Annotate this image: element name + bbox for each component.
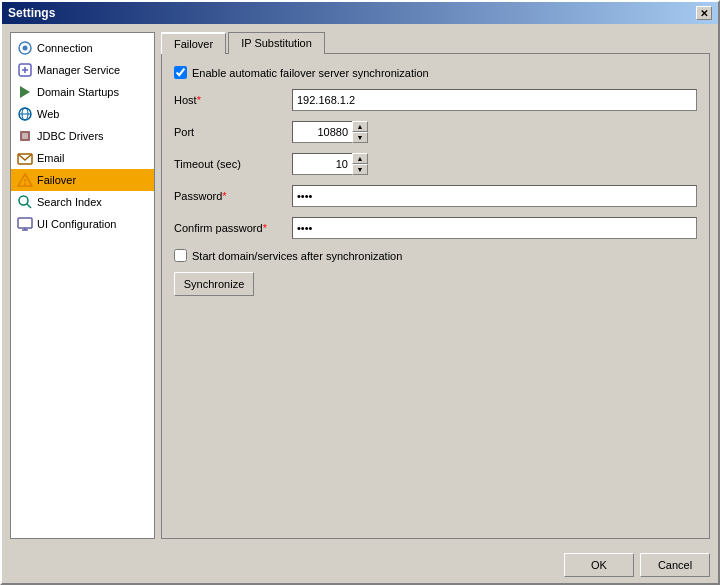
sidebar-label-domain-startups: Domain Startups <box>37 86 119 98</box>
timeout-row: Timeout (sec) ▲ ▼ <box>174 153 697 175</box>
port-spinbox-buttons: ▲ ▼ <box>352 121 368 143</box>
tab-bar: Failover IP Substitution <box>161 32 710 54</box>
timeout-spinbox: ▲ ▼ <box>292 153 368 175</box>
confirm-password-input[interactable] <box>292 217 697 239</box>
password-row: Password* <box>174 185 697 207</box>
password-input[interactable] <box>292 185 697 207</box>
port-label: Port <box>174 126 284 138</box>
start-domain-label: Start domain/services after synchronizat… <box>192 250 402 262</box>
ok-button[interactable]: OK <box>564 553 634 577</box>
window-title: Settings <box>8 6 55 20</box>
sidebar: Connection Manager Service Domain Startu… <box>10 32 155 539</box>
port-input[interactable] <box>292 121 352 143</box>
svg-point-1 <box>23 46 28 51</box>
svg-line-16 <box>27 204 31 208</box>
tab-ip-substitution[interactable]: IP Substitution <box>228 32 325 54</box>
manager-service-icon <box>17 62 33 78</box>
start-domain-row: Start domain/services after synchronizat… <box>174 249 697 262</box>
host-label: Host* <box>174 94 284 106</box>
settings-window: Settings ✕ Connection Manager Service <box>0 0 720 585</box>
sidebar-item-email[interactable]: Email <box>11 147 154 169</box>
sidebar-item-web[interactable]: Web <box>11 103 154 125</box>
sidebar-item-ui-configuration[interactable]: UI Configuration <box>11 213 154 235</box>
failover-icon <box>17 172 33 188</box>
sidebar-item-failover[interactable]: Failover <box>11 169 154 191</box>
sidebar-item-manager-service[interactable]: Manager Service <box>11 59 154 81</box>
web-icon <box>17 106 33 122</box>
enable-failover-checkbox[interactable] <box>174 66 187 79</box>
port-down-button[interactable]: ▼ <box>352 132 368 143</box>
svg-marker-5 <box>20 86 30 98</box>
port-spinbox: ▲ ▼ <box>292 121 368 143</box>
port-row: Port ▲ ▼ <box>174 121 697 143</box>
timeout-label: Timeout (sec) <box>174 158 284 170</box>
start-domain-checkbox[interactable] <box>174 249 187 262</box>
close-button[interactable]: ✕ <box>696 6 712 20</box>
sidebar-item-connection[interactable]: Connection <box>11 37 154 59</box>
timeout-input[interactable] <box>292 153 352 175</box>
email-icon <box>17 150 33 166</box>
sidebar-label-connection: Connection <box>37 42 93 54</box>
tab-failover[interactable]: Failover <box>161 32 226 54</box>
synchronize-button[interactable]: Synchronize <box>174 272 254 296</box>
connection-icon <box>17 40 33 56</box>
svg-rect-10 <box>22 133 28 139</box>
confirm-password-label: Confirm password* <box>174 222 284 234</box>
confirm-password-row: Confirm password* <box>174 217 697 239</box>
svg-rect-17 <box>18 218 32 228</box>
search-index-icon <box>17 194 33 210</box>
host-row: Host* <box>174 89 697 111</box>
timeout-spinbox-buttons: ▲ ▼ <box>352 153 368 175</box>
ui-configuration-icon <box>17 216 33 232</box>
title-bar: Settings ✕ <box>2 2 718 24</box>
sidebar-label-email: Email <box>37 152 65 164</box>
port-up-button[interactable]: ▲ <box>352 121 368 132</box>
timeout-down-button[interactable]: ▼ <box>352 164 368 175</box>
domain-startups-icon <box>17 84 33 100</box>
password-label: Password* <box>174 190 284 202</box>
sidebar-label-search-index: Search Index <box>37 196 102 208</box>
password-required: * <box>222 190 226 202</box>
window-content: Connection Manager Service Domain Startu… <box>2 24 718 547</box>
sidebar-label-failover: Failover <box>37 174 76 186</box>
bottom-bar: OK Cancel <box>2 547 718 583</box>
enable-failover-label: Enable automatic failover server synchro… <box>192 67 429 79</box>
sidebar-label-ui-configuration: UI Configuration <box>37 218 117 230</box>
sidebar-label-manager-service: Manager Service <box>37 64 120 76</box>
svg-point-15 <box>19 196 28 205</box>
cancel-button[interactable]: Cancel <box>640 553 710 577</box>
main-panel: Failover IP Substitution Enable automati… <box>161 32 710 539</box>
svg-point-14 <box>24 183 26 185</box>
confirm-password-required: * <box>263 222 267 234</box>
timeout-up-button[interactable]: ▲ <box>352 153 368 164</box>
host-required: * <box>197 94 201 106</box>
sidebar-label-web: Web <box>37 108 59 120</box>
jdbc-drivers-icon <box>17 128 33 144</box>
tab-content-failover: Enable automatic failover server synchro… <box>161 53 710 539</box>
enable-failover-row: Enable automatic failover server synchro… <box>174 66 697 79</box>
host-input[interactable] <box>292 89 697 111</box>
sidebar-item-search-index[interactable]: Search Index <box>11 191 154 213</box>
sidebar-item-domain-startups[interactable]: Domain Startups <box>11 81 154 103</box>
synchronize-row: Synchronize <box>174 272 697 296</box>
sidebar-label-jdbc-drivers: JDBC Drivers <box>37 130 104 142</box>
sidebar-item-jdbc-drivers[interactable]: JDBC Drivers <box>11 125 154 147</box>
